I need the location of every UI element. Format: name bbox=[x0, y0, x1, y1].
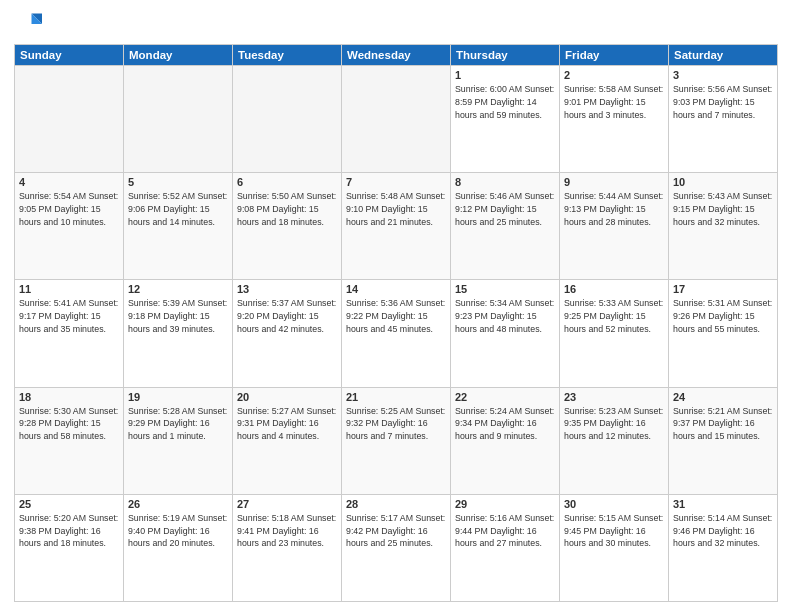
day-number: 31 bbox=[673, 498, 773, 510]
day-number: 30 bbox=[564, 498, 664, 510]
day-number: 29 bbox=[455, 498, 555, 510]
calendar-cell: 5Sunrise: 5:52 AM Sunset: 9:06 PM Daylig… bbox=[124, 173, 233, 280]
day-info: Sunrise: 5:44 AM Sunset: 9:13 PM Dayligh… bbox=[564, 190, 664, 228]
weekday-header-friday: Friday bbox=[560, 45, 669, 66]
day-number: 26 bbox=[128, 498, 228, 510]
calendar-week-row: 18Sunrise: 5:30 AM Sunset: 9:28 PM Dayli… bbox=[15, 387, 778, 494]
day-info: Sunrise: 6:00 AM Sunset: 8:59 PM Dayligh… bbox=[455, 83, 555, 121]
day-info: Sunrise: 5:43 AM Sunset: 9:15 PM Dayligh… bbox=[673, 190, 773, 228]
calendar-cell: 13Sunrise: 5:37 AM Sunset: 9:20 PM Dayli… bbox=[233, 280, 342, 387]
day-number: 3 bbox=[673, 69, 773, 81]
day-number: 1 bbox=[455, 69, 555, 81]
logo-icon bbox=[14, 10, 42, 38]
day-number: 13 bbox=[237, 283, 337, 295]
calendar-header bbox=[14, 10, 778, 38]
calendar-cell: 21Sunrise: 5:25 AM Sunset: 9:32 PM Dayli… bbox=[342, 387, 451, 494]
day-number: 23 bbox=[564, 391, 664, 403]
weekday-header-row: SundayMondayTuesdayWednesdayThursdayFrid… bbox=[15, 45, 778, 66]
day-info: Sunrise: 5:18 AM Sunset: 9:41 PM Dayligh… bbox=[237, 512, 337, 550]
calendar-cell: 22Sunrise: 5:24 AM Sunset: 9:34 PM Dayli… bbox=[451, 387, 560, 494]
day-info: Sunrise: 5:58 AM Sunset: 9:01 PM Dayligh… bbox=[564, 83, 664, 121]
day-number: 18 bbox=[19, 391, 119, 403]
calendar-cell: 14Sunrise: 5:36 AM Sunset: 9:22 PM Dayli… bbox=[342, 280, 451, 387]
calendar-cell bbox=[233, 66, 342, 173]
calendar-cell: 16Sunrise: 5:33 AM Sunset: 9:25 PM Dayli… bbox=[560, 280, 669, 387]
calendar-cell: 1Sunrise: 6:00 AM Sunset: 8:59 PM Daylig… bbox=[451, 66, 560, 173]
day-number: 27 bbox=[237, 498, 337, 510]
calendar-cell: 6Sunrise: 5:50 AM Sunset: 9:08 PM Daylig… bbox=[233, 173, 342, 280]
day-number: 22 bbox=[455, 391, 555, 403]
calendar-cell: 10Sunrise: 5:43 AM Sunset: 9:15 PM Dayli… bbox=[669, 173, 778, 280]
day-info: Sunrise: 5:24 AM Sunset: 9:34 PM Dayligh… bbox=[455, 405, 555, 443]
calendar-cell: 2Sunrise: 5:58 AM Sunset: 9:01 PM Daylig… bbox=[560, 66, 669, 173]
calendar-cell: 29Sunrise: 5:16 AM Sunset: 9:44 PM Dayli… bbox=[451, 494, 560, 601]
calendar-week-row: 4Sunrise: 5:54 AM Sunset: 9:05 PM Daylig… bbox=[15, 173, 778, 280]
day-number: 8 bbox=[455, 176, 555, 188]
calendar-table: SundayMondayTuesdayWednesdayThursdayFrid… bbox=[14, 44, 778, 602]
day-number: 21 bbox=[346, 391, 446, 403]
day-number: 6 bbox=[237, 176, 337, 188]
calendar-cell: 7Sunrise: 5:48 AM Sunset: 9:10 PM Daylig… bbox=[342, 173, 451, 280]
calendar-week-row: 11Sunrise: 5:41 AM Sunset: 9:17 PM Dayli… bbox=[15, 280, 778, 387]
day-info: Sunrise: 5:36 AM Sunset: 9:22 PM Dayligh… bbox=[346, 297, 446, 335]
calendar-cell: 28Sunrise: 5:17 AM Sunset: 9:42 PM Dayli… bbox=[342, 494, 451, 601]
day-number: 17 bbox=[673, 283, 773, 295]
weekday-header-saturday: Saturday bbox=[669, 45, 778, 66]
day-number: 5 bbox=[128, 176, 228, 188]
calendar-week-row: 1Sunrise: 6:00 AM Sunset: 8:59 PM Daylig… bbox=[15, 66, 778, 173]
logo bbox=[14, 10, 46, 38]
day-info: Sunrise: 5:33 AM Sunset: 9:25 PM Dayligh… bbox=[564, 297, 664, 335]
day-info: Sunrise: 5:30 AM Sunset: 9:28 PM Dayligh… bbox=[19, 405, 119, 443]
calendar-cell: 18Sunrise: 5:30 AM Sunset: 9:28 PM Dayli… bbox=[15, 387, 124, 494]
day-info: Sunrise: 5:31 AM Sunset: 9:26 PM Dayligh… bbox=[673, 297, 773, 335]
day-info: Sunrise: 5:37 AM Sunset: 9:20 PM Dayligh… bbox=[237, 297, 337, 335]
calendar-cell: 4Sunrise: 5:54 AM Sunset: 9:05 PM Daylig… bbox=[15, 173, 124, 280]
day-number: 25 bbox=[19, 498, 119, 510]
calendar-cell: 26Sunrise: 5:19 AM Sunset: 9:40 PM Dayli… bbox=[124, 494, 233, 601]
day-info: Sunrise: 5:28 AM Sunset: 9:29 PM Dayligh… bbox=[128, 405, 228, 443]
calendar-cell bbox=[124, 66, 233, 173]
day-number: 24 bbox=[673, 391, 773, 403]
day-info: Sunrise: 5:34 AM Sunset: 9:23 PM Dayligh… bbox=[455, 297, 555, 335]
day-number: 7 bbox=[346, 176, 446, 188]
day-info: Sunrise: 5:39 AM Sunset: 9:18 PM Dayligh… bbox=[128, 297, 228, 335]
weekday-header-sunday: Sunday bbox=[15, 45, 124, 66]
calendar-cell bbox=[342, 66, 451, 173]
weekday-header-thursday: Thursday bbox=[451, 45, 560, 66]
day-info: Sunrise: 5:19 AM Sunset: 9:40 PM Dayligh… bbox=[128, 512, 228, 550]
calendar-cell: 25Sunrise: 5:20 AM Sunset: 9:38 PM Dayli… bbox=[15, 494, 124, 601]
day-number: 19 bbox=[128, 391, 228, 403]
day-number: 2 bbox=[564, 69, 664, 81]
day-number: 14 bbox=[346, 283, 446, 295]
calendar-cell: 11Sunrise: 5:41 AM Sunset: 9:17 PM Dayli… bbox=[15, 280, 124, 387]
day-number: 10 bbox=[673, 176, 773, 188]
calendar-cell: 12Sunrise: 5:39 AM Sunset: 9:18 PM Dayli… bbox=[124, 280, 233, 387]
calendar-cell: 31Sunrise: 5:14 AM Sunset: 9:46 PM Dayli… bbox=[669, 494, 778, 601]
day-info: Sunrise: 5:21 AM Sunset: 9:37 PM Dayligh… bbox=[673, 405, 773, 443]
day-info: Sunrise: 5:20 AM Sunset: 9:38 PM Dayligh… bbox=[19, 512, 119, 550]
day-info: Sunrise: 5:23 AM Sunset: 9:35 PM Dayligh… bbox=[564, 405, 664, 443]
calendar-week-row: 25Sunrise: 5:20 AM Sunset: 9:38 PM Dayli… bbox=[15, 494, 778, 601]
calendar-cell: 20Sunrise: 5:27 AM Sunset: 9:31 PM Dayli… bbox=[233, 387, 342, 494]
calendar-cell: 19Sunrise: 5:28 AM Sunset: 9:29 PM Dayli… bbox=[124, 387, 233, 494]
calendar-cell: 8Sunrise: 5:46 AM Sunset: 9:12 PM Daylig… bbox=[451, 173, 560, 280]
day-info: Sunrise: 5:50 AM Sunset: 9:08 PM Dayligh… bbox=[237, 190, 337, 228]
day-info: Sunrise: 5:46 AM Sunset: 9:12 PM Dayligh… bbox=[455, 190, 555, 228]
day-number: 4 bbox=[19, 176, 119, 188]
calendar-cell: 27Sunrise: 5:18 AM Sunset: 9:41 PM Dayli… bbox=[233, 494, 342, 601]
day-number: 28 bbox=[346, 498, 446, 510]
calendar-page: SundayMondayTuesdayWednesdayThursdayFrid… bbox=[0, 0, 792, 612]
calendar-cell bbox=[15, 66, 124, 173]
day-info: Sunrise: 5:17 AM Sunset: 9:42 PM Dayligh… bbox=[346, 512, 446, 550]
calendar-cell: 24Sunrise: 5:21 AM Sunset: 9:37 PM Dayli… bbox=[669, 387, 778, 494]
day-info: Sunrise: 5:27 AM Sunset: 9:31 PM Dayligh… bbox=[237, 405, 337, 443]
calendar-cell: 9Sunrise: 5:44 AM Sunset: 9:13 PM Daylig… bbox=[560, 173, 669, 280]
weekday-header-monday: Monday bbox=[124, 45, 233, 66]
day-number: 9 bbox=[564, 176, 664, 188]
weekday-header-tuesday: Tuesday bbox=[233, 45, 342, 66]
calendar-cell: 17Sunrise: 5:31 AM Sunset: 9:26 PM Dayli… bbox=[669, 280, 778, 387]
day-info: Sunrise: 5:16 AM Sunset: 9:44 PM Dayligh… bbox=[455, 512, 555, 550]
day-number: 16 bbox=[564, 283, 664, 295]
day-info: Sunrise: 5:25 AM Sunset: 9:32 PM Dayligh… bbox=[346, 405, 446, 443]
weekday-header-wednesday: Wednesday bbox=[342, 45, 451, 66]
